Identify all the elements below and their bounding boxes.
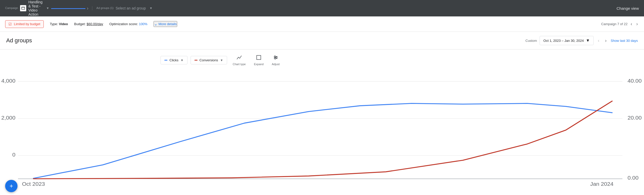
adjust-tool[interactable]: Adjust <box>269 54 282 67</box>
campaign-icon <box>20 5 26 11</box>
campaign-name: Handling & Test - Video Action <box>28 0 42 16</box>
chart-type-tool[interactable]: Chart type <box>230 54 248 67</box>
svg-point-7 <box>275 58 276 59</box>
date-range-button[interactable]: Oct 1, 2023 – Jan 30, 2024 ▼ <box>540 36 594 45</box>
date-next-arrow[interactable]: › <box>603 37 608 44</box>
ad-groups-placeholder: Select an ad group <box>116 6 146 10</box>
campaign-breadcrumb[interactable]: Campaign Handling & Test - Video Action … <box>5 0 85 16</box>
expand-tool[interactable]: Expand <box>251 54 266 67</box>
clicks-dropdown-icon: ▼ <box>181 59 184 62</box>
y-axis-0: 0 <box>12 152 15 158</box>
ad-groups-title: Ad groups <box>6 37 32 44</box>
campaign-dropdown-arrow[interactable]: ▼ <box>46 6 49 10</box>
date-range-text: Oct 1, 2023 – Jan 30, 2024 <box>543 39 584 43</box>
ad-groups-label: Ad groups (1) <box>96 7 114 9</box>
y-axis-right-40: 40.00 <box>628 78 642 84</box>
clicks-line <box>33 103 612 178</box>
top-navigation: Campaign Handling & Test - Video Action … <box>0 0 644 16</box>
clicks-label: Clicks <box>169 58 178 62</box>
conversions-metric-button[interactable]: Conversions ▼ <box>191 56 227 64</box>
limited-badge-text: Limited by budget <box>14 22 40 26</box>
campaign-navigation: Campaign 7 of 22 ‹ › <box>601 20 639 28</box>
optimization-info: Optimization score: 100% <box>109 22 147 26</box>
date-prev-arrow[interactable]: ‹ <box>596 37 601 44</box>
svg-rect-1 <box>257 55 261 60</box>
svg-point-6 <box>276 57 277 58</box>
conversions-line <box>33 101 612 179</box>
x-axis-oct: Oct 2023 <box>22 181 45 187</box>
conversions-label: Conversions <box>200 58 218 62</box>
limited-by-budget-badge: ☑ Limited by budget <box>5 20 44 28</box>
chart-svg-container: 4,000 2,000 0 40.00 20.00 0.00 Oct 2023 … <box>0 67 644 195</box>
y-axis-right-20: 20.00 <box>628 115 642 121</box>
svg-point-5 <box>274 56 276 57</box>
date-dropdown-icon: ▼ <box>586 38 590 43</box>
show-last-30-days-button[interactable]: Show last 30 days <box>611 39 638 43</box>
ad-groups-breadcrumb[interactable]: Ad groups (1) Select an ad group ▼ <box>92 6 153 10</box>
type-info: Type: Video <box>50 22 68 26</box>
budget-info: Budget: $60.00/day <box>74 22 103 26</box>
fab-add-button[interactable]: + <box>5 180 17 192</box>
svg-rect-0 <box>22 7 25 9</box>
adjust-icon <box>273 55 279 62</box>
adjust-label: Adjust <box>272 63 280 66</box>
expand-icon <box>256 55 262 62</box>
custom-label: Custom <box>525 39 537 43</box>
optimization-value: 100% <box>139 22 147 26</box>
clicks-dot <box>164 60 167 61</box>
type-value: Video <box>59 22 68 26</box>
conversions-dot <box>194 60 198 61</box>
date-range-area: Custom Oct 1, 2023 – Jan 30, 2024 ▼ ‹ › … <box>525 36 638 45</box>
info-bar: ☑ Limited by budget Type: Video Budget: … <box>0 16 644 32</box>
y-axis-right-0: 0.00 <box>628 175 639 181</box>
campaign-next-arrow[interactable]: › <box>635 20 639 28</box>
budget-value[interactable]: $60.00/day <box>87 22 103 26</box>
more-details-button[interactable]: ⌄ More details <box>154 21 177 27</box>
conversions-dropdown-icon: ▼ <box>220 59 223 62</box>
fab-icon: + <box>10 182 13 190</box>
chart-type-label: Chart type <box>233 63 246 66</box>
y-axis-2000: 2,000 <box>1 115 15 121</box>
breadcrumb-separator: › <box>87 6 88 11</box>
ad-groups-header: Ad groups Custom Oct 1, 2023 – Jan 30, 2… <box>0 32 644 50</box>
warning-icon: ☑ <box>8 22 12 26</box>
clicks-metric-button[interactable]: Clicks ▼ <box>160 56 187 64</box>
expand-label: Expand <box>254 63 263 66</box>
chart-controls: Clicks ▼ Conversions ▼ Chart type Expand <box>0 50 644 67</box>
y-axis-4000: 4,000 <box>1 78 15 84</box>
campaign-label: Campaign <box>5 7 18 9</box>
chart-area: Clicks ▼ Conversions ▼ Chart type Expand <box>0 50 644 195</box>
dropdown-icon: ⌄ <box>154 22 157 26</box>
chart-type-icon <box>236 55 242 62</box>
chart-svg: 4,000 2,000 0 40.00 20.00 0.00 Oct 2023 … <box>0 67 644 195</box>
x-axis-jan: Jan 2024 <box>590 181 614 187</box>
ad-groups-dropdown-arrow[interactable]: ▼ <box>149 6 153 10</box>
campaign-nav-text: Campaign 7 of 22 <box>601 22 628 26</box>
campaign-prev-arrow[interactable]: ‹ <box>630 20 633 28</box>
change-view-button[interactable]: Change view <box>616 6 639 11</box>
